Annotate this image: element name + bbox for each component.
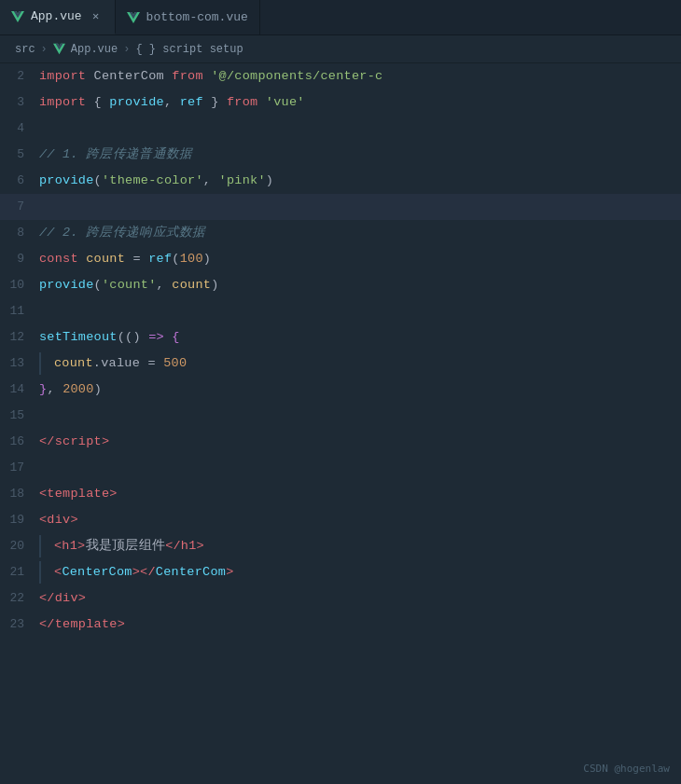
line-num-19: 19: [0, 509, 39, 531]
line-content-23: </template>: [39, 613, 681, 636]
tab-bottom-com-vue[interactable]: bottom-com.vue: [116, 0, 260, 34]
line-num-14: 14: [0, 378, 39, 401]
code-line-16: 16 </script>: [0, 429, 681, 455]
line-num-5: 5: [0, 144, 39, 166]
watermark: CSDN @hogenlaw: [583, 763, 670, 775]
breadcrumb-script-setup: { } script setup: [135, 43, 243, 56]
line-num-12: 12: [0, 326, 39, 349]
code-line-7: 7: [0, 194, 681, 220]
line-num-15: 15: [0, 405, 39, 427]
breadcrumb: src › App.vue › { } script setup: [0, 35, 681, 63]
line-num-16: 16: [0, 431, 39, 453]
breadcrumb-sep-2: ›: [123, 43, 130, 56]
code-line-6: 6 provide('theme-color', 'pink'): [0, 168, 681, 194]
code-line-14: 14 }, 2000): [0, 377, 681, 403]
code-line-18: 18 <template>: [0, 481, 681, 507]
code-line-13: 13 count.value = 500: [0, 351, 681, 377]
line-content-22: </div>: [39, 587, 681, 610]
code-line-23: 23 </template>: [0, 612, 681, 638]
line-num-11: 11: [0, 300, 39, 323]
line-content-18: <template>: [39, 483, 681, 505]
code-line-9: 9 const count = ref(100): [0, 246, 681, 272]
vue-icon: [11, 10, 24, 23]
code-line-15: 15: [0, 403, 681, 429]
tab-bar: App.vue ✕ bottom-com.vue: [0, 0, 681, 35]
code-line-10: 10 provide('count', count): [0, 272, 681, 298]
code-line-11: 11: [0, 298, 681, 324]
line-num-22: 22: [0, 587, 39, 610]
line-content-14: }, 2000): [39, 378, 681, 401]
line-num-7: 7: [0, 196, 39, 218]
breadcrumb-vue-icon: [53, 43, 65, 55]
vue-icon-2: [127, 11, 140, 24]
line-content-16: </script>: [39, 431, 681, 453]
line-num-18: 18: [0, 483, 39, 505]
line-num-8: 8: [0, 222, 39, 244]
code-line-4: 4: [0, 116, 681, 142]
tab-app-vue[interactable]: App.vue ✕: [0, 0, 116, 34]
code-line-22: 22 </div>: [0, 585, 681, 612]
line-content-13: count.value = 500: [39, 352, 681, 375]
line-num-23: 23: [0, 613, 39, 636]
line-content-10: provide('count', count): [39, 274, 681, 296]
line-num-20: 20: [0, 535, 39, 557]
line-content-15: [39, 405, 681, 427]
code-line-8: 8 // 2. 跨层传递响应式数据: [0, 220, 681, 246]
line-content-7: [39, 196, 681, 218]
line-content-19: <div>: [39, 509, 681, 531]
line-content-11: [39, 300, 681, 323]
line-num-3: 3: [0, 91, 39, 114]
breadcrumb-appvue: App.vue: [71, 43, 118, 56]
tab-close-app-vue[interactable]: ✕: [89, 9, 104, 24]
line-content-12: setTimeout(() => {: [39, 326, 681, 349]
code-line-12: 12 setTimeout(() => {: [0, 324, 681, 351]
breadcrumb-sep-1: ›: [41, 43, 48, 56]
line-content-17: [39, 457, 681, 479]
line-num-2: 2: [0, 65, 39, 88]
line-content-3: import { provide, ref } from 'vue': [39, 91, 681, 114]
line-content-5: // 1. 跨层传递普通数据: [39, 144, 681, 166]
tab-label-app-vue: App.vue: [31, 9, 82, 23]
tab-label-bottom-com: bottom-com.vue: [146, 10, 248, 24]
line-num-13: 13: [0, 352, 39, 375]
code-area: 2 import CenterCom from '@/components/ce…: [0, 63, 681, 638]
code-line-21: 21 <CenterCom></CenterCom>: [0, 559, 681, 585]
line-content-21: <CenterCom></CenterCom>: [39, 561, 681, 584]
line-num-6: 6: [0, 170, 39, 192]
line-content-2: import CenterCom from '@/components/cent…: [39, 65, 681, 88]
code-line-19: 19 <div>: [0, 507, 681, 533]
line-content-4: [39, 117, 681, 140]
code-line-17: 17: [0, 455, 681, 481]
line-content-8: // 2. 跨层传递响应式数据: [39, 222, 681, 244]
line-num-21: 21: [0, 561, 39, 584]
line-content-20: <h1>我是顶层组件</h1>: [39, 535, 681, 557]
code-line-2: 2 import CenterCom from '@/components/ce…: [0, 63, 681, 89]
line-num-10: 10: [0, 274, 39, 296]
code-line-20: 20 <h1>我是顶层组件</h1>: [0, 533, 681, 559]
code-line-3: 3 import { provide, ref } from 'vue': [0, 89, 681, 116]
code-line-5: 5 // 1. 跨层传递普通数据: [0, 142, 681, 168]
line-num-17: 17: [0, 457, 39, 479]
breadcrumb-src: src: [15, 43, 35, 56]
line-content-6: provide('theme-color', 'pink'): [39, 170, 681, 192]
line-content-9: const count = ref(100): [39, 248, 681, 270]
line-num-4: 4: [0, 117, 39, 140]
line-num-9: 9: [0, 248, 39, 270]
